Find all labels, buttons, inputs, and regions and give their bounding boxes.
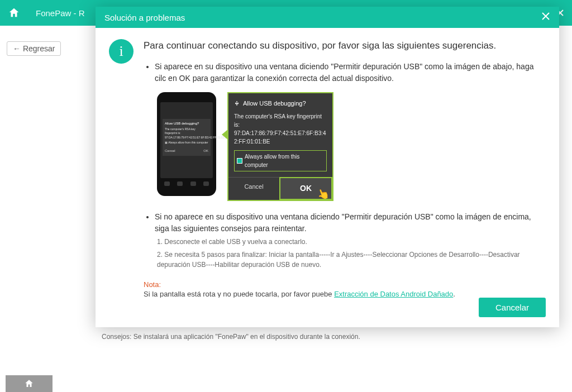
checkbox-icon <box>237 158 242 164</box>
connection-tip-text: Consejos: Se instalará una aplicación "F… <box>102 333 360 341</box>
usb-illustration: Allow USB debugging? The computer's RSA … <box>157 92 546 202</box>
usb-ok-button: OK 👆 <box>279 177 332 200</box>
note-text: Si la pantalla está rota y no puede toca… <box>144 290 334 298</box>
dialog-body: i Para continuar conectando su dispositi… <box>96 28 559 298</box>
info-icon: i <box>109 39 134 64</box>
home-icon[interactable] <box>8 7 20 19</box>
app-title: FonePaw - R <box>36 8 85 18</box>
usb-debug-title: Allow USB debugging? <box>234 99 327 108</box>
bullet-item-2: Si no aparece en su dispositivo una vent… <box>155 211 546 270</box>
dialog-title: Solución a problemas <box>104 13 185 22</box>
close-icon[interactable] <box>541 12 550 23</box>
usb-icon <box>234 101 240 106</box>
footer-home-button[interactable] <box>6 375 53 392</box>
note-label: Nota: <box>144 280 546 289</box>
usb-cancel-button: Cancel <box>228 177 279 200</box>
dialog-heading: Para continuar conectando su dispositivo… <box>144 39 546 53</box>
rsa-label: The computer's RSA key fingerprint is: <box>234 112 327 129</box>
back-button[interactable]: ← Regresar <box>7 41 61 56</box>
troubleshoot-dialog: Solución a problemas i Para continuar co… <box>96 7 559 327</box>
dialog-header: Solución a problemas <box>96 7 559 28</box>
rsa-fingerprint: 97:DA:17:86:79:F7:42:51:E7:6F:B3:42:FF:0… <box>234 129 327 146</box>
broken-android-link[interactable]: Extracción de Datos Android Dañado <box>334 290 453 298</box>
usb-debug-panel: Allow USB debugging? The computer's RSA … <box>227 92 333 202</box>
pointer-hand-icon: 👆 <box>314 185 331 204</box>
cancel-button[interactable]: Cancelar <box>479 298 546 317</box>
phone-mockup: Allow USB debugging? The computer's RSA … <box>157 92 216 196</box>
retry-step-1: 1. Desconecte el cable USB y vuelva a co… <box>157 237 546 247</box>
bullet-item-1: Si aparece en su dispositivo una ventana… <box>155 61 546 202</box>
retry-step-2: 2. Se necesita 5 pasos para finalizar: I… <box>157 250 546 270</box>
always-allow-checkbox: Always allow from this computer <box>234 150 327 171</box>
